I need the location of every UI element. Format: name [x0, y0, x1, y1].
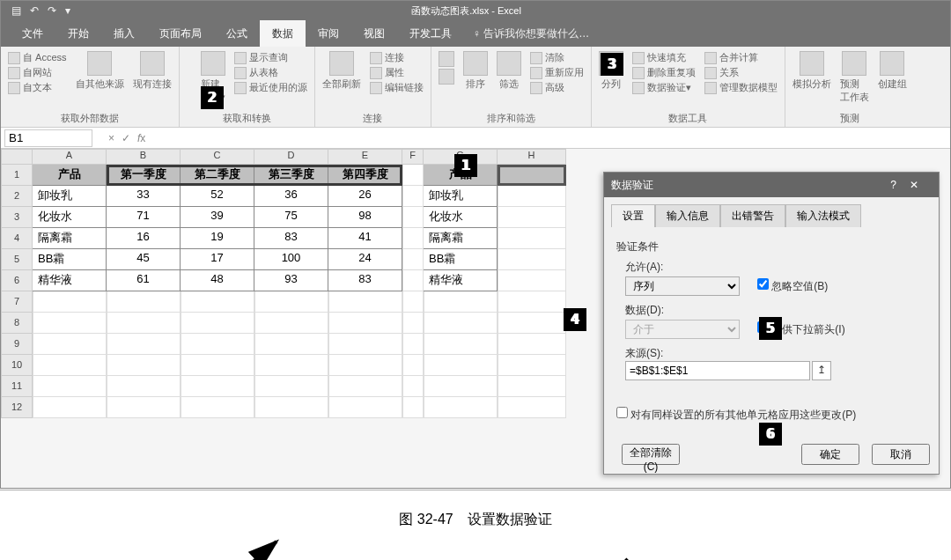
customize-icon[interactable]: ▾: [65, 4, 70, 17]
titlebar: ▤ ↶ ↷ ▾ 函数动态图表.xlsx - Excel: [1, 1, 950, 20]
step-badge-4: 4: [564, 308, 586, 331]
step-badge-1: 1: [454, 154, 477, 177]
group-sort: 排序 筛选 清除重新应用高级 排序和筛选: [431, 47, 592, 127]
excel-window: ▤ ↶ ↷ ▾ 函数动态图表.xlsx - Excel 文件 开始 插入 页面布…: [0, 0, 951, 489]
group-conn: 全部刷新 连接属性编辑链接 连接: [315, 47, 431, 127]
fx-buttons[interactable]: ×✓fx: [96, 132, 158, 144]
dtab-ime[interactable]: 输入法模式: [785, 204, 861, 227]
ref-picker-icon[interactable]: [812, 361, 831, 380]
tab-insert[interactable]: 插入: [101, 20, 147, 47]
tab-layout[interactable]: 页面布局: [147, 20, 214, 47]
data-select[interactable]: 介于: [625, 320, 740, 339]
tab-file[interactable]: 文件: [10, 20, 55, 47]
ok-button[interactable]: 确定: [801, 444, 859, 465]
step-badge-2: 2: [201, 86, 224, 109]
tab-formula[interactable]: 公式: [214, 20, 260, 47]
dtab-error[interactable]: 出错警告: [720, 204, 785, 227]
ribbon-tabs: 文件 开始 插入 页面布局 公式 数据 审阅 视图 开发工具 ♀ 告诉我你想要做…: [1, 20, 950, 47]
tell-me[interactable]: ♀ 告诉我你想要做什么…: [464, 20, 598, 47]
close-icon[interactable]: ✕: [896, 179, 932, 191]
help-icon[interactable]: ?: [890, 179, 896, 191]
quick-access-toolbar: ▤ ↶ ↷ ▾: [1, 4, 70, 17]
name-box[interactable]: [4, 129, 92, 147]
dialog-title: 数据验证: [611, 178, 653, 193]
source-input[interactable]: [625, 361, 810, 380]
step-badge-3: 3: [601, 53, 623, 76]
tab-data[interactable]: 数据: [260, 20, 306, 47]
tab-home[interactable]: 开始: [55, 20, 101, 47]
apply-all-check[interactable]: 对有同样设置的所有其他单元格应用这些更改(P): [616, 409, 856, 421]
undo-icon[interactable]: ↶: [30, 4, 39, 17]
formula-bar: ×✓fx: [1, 128, 950, 149]
tab-review[interactable]: 审阅: [306, 20, 351, 47]
group-external: 自 Access自网站自文本 自其他来源 现有连接 获取外部数据: [1, 47, 180, 127]
ignore-blank-check[interactable]: 忽略空值(B): [757, 278, 828, 294]
clear-all-button[interactable]: 全部清除(C): [622, 444, 680, 465]
window-title: 函数动态图表.xlsx - Excel: [70, 4, 862, 18]
tab-dev[interactable]: 开发工具: [397, 20, 464, 47]
save-icon[interactable]: ▤: [11, 4, 21, 17]
cond-label: 验证条件: [616, 239, 926, 254]
dtab-settings[interactable]: 设置: [611, 204, 655, 227]
group-transform: 新建查询▾ 显示查询从表格最近使用的源 获取和转换: [180, 47, 315, 127]
step-badge-5: 5: [759, 317, 782, 340]
allow-select[interactable]: 序列: [625, 276, 740, 296]
dialog-titlebar[interactable]: 数据验证 ? ✕: [604, 173, 939, 197]
cancel-button[interactable]: 取消: [872, 444, 930, 465]
step-badge-6: 6: [759, 423, 782, 446]
redo-icon[interactable]: ↷: [48, 4, 56, 17]
ribbon: 自 Access自网站自文本 自其他来源 现有连接 获取外部数据 新建查询▾ 显…: [1, 47, 950, 128]
figure-caption: 图 32-47设置数据验证: [0, 511, 951, 529]
dialog-tabs: 设置 输入信息 出错警告 输入法模式: [604, 197, 939, 227]
tab-view[interactable]: 视图: [351, 20, 397, 47]
group-forecast: 模拟分析 预测工作表 创建组 预测: [785, 47, 914, 127]
dtab-input[interactable]: 输入信息: [655, 204, 720, 227]
